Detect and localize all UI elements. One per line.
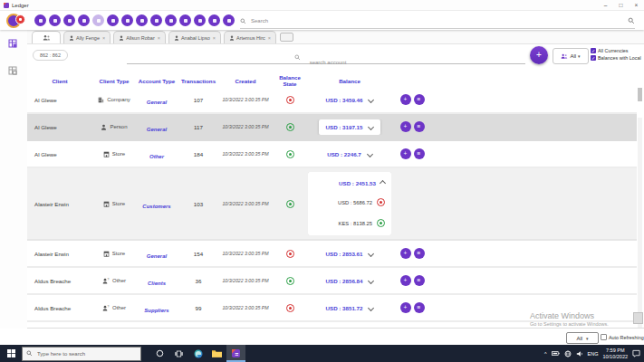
client-avatar-button[interactable]: [179, 14, 191, 26]
client-avatar-button[interactable]: [208, 14, 220, 26]
all-currencies-checkbox[interactable]: ✓ All Currencies: [591, 48, 641, 53]
table-row[interactable]: Al Glewe Company General 107 10/3/2022 3…: [27, 87, 637, 114]
add-transaction-button[interactable]: +: [400, 302, 411, 313]
client-avatar-button[interactable]: [34, 14, 46, 26]
taskbar-clock[interactable]: 7:59 PM 10/10/2022: [602, 348, 628, 360]
new-tab-button[interactable]: [280, 33, 293, 42]
chevron-up-icon[interactable]: [380, 180, 386, 186]
chevron-down-icon[interactable]: [368, 305, 374, 311]
column-header[interactable]: Client Type: [92, 78, 136, 84]
tab-close-icon[interactable]: ×: [213, 35, 216, 41]
add-transaction-button[interactable]: +: [400, 148, 411, 159]
client-avatar-button[interactable]: [78, 14, 90, 26]
chevron-down-icon[interactable]: [368, 278, 374, 284]
column-header[interactable]: Created: [219, 78, 272, 84]
global-search-field[interactable]: [240, 14, 635, 29]
account-type-link[interactable]: Suppliers: [144, 308, 168, 313]
chevron-down-icon[interactable]: [368, 123, 374, 129]
client-avatar-button[interactable]: [107, 14, 119, 26]
taskbar-search-field[interactable]: [22, 347, 141, 361]
task-view-button[interactable]: [169, 345, 188, 362]
battery-icon[interactable]: [552, 350, 560, 357]
client-avatar-button[interactable]: [92, 14, 104, 26]
table-row-selected[interactable]: Al Glewe Person General 117 10/3/2022 3:…: [27, 114, 637, 141]
client-avatar-button[interactable]: [165, 14, 177, 26]
refresh-filter-select[interactable]: All ▾: [566, 332, 599, 344]
client-avatar-button[interactable]: [63, 14, 75, 26]
client-avatar-button[interactable]: [194, 14, 206, 26]
open-ledger-button[interactable]: ≡: [414, 121, 425, 132]
account-search-input[interactable]: [127, 56, 529, 70]
column-header[interactable]: Balance State: [272, 74, 308, 87]
account-type-link[interactable]: General: [147, 100, 167, 105]
balances-with-local-checkbox[interactable]: ✓ Balances with Local: [591, 55, 641, 61]
tab-client[interactable]: Ally Fenge ×: [63, 31, 111, 43]
client-avatar-button[interactable]: [136, 14, 148, 26]
chevron-down-icon[interactable]: [368, 251, 374, 257]
balance-card[interactable]: USD : 3197.15: [319, 119, 381, 135]
account-type-link[interactable]: General: [147, 253, 167, 259]
hidden-items-icon[interactable]: ^: [544, 351, 547, 357]
chevron-down-icon[interactable]: [367, 151, 373, 157]
edge-button[interactable]: [188, 345, 207, 362]
accounts-grid-icon[interactable]: [8, 66, 17, 75]
add-account-button[interactable]: +: [530, 46, 548, 64]
network-globe-icon[interactable]: [564, 350, 572, 357]
column-header[interactable]: Account Type: [136, 78, 178, 84]
column-header[interactable]: Client: [27, 78, 92, 84]
scrollbar-track[interactable]: [638, 118, 642, 328]
table-row[interactable]: Al Glewe Store Other 184 10/3/2022 3:00:…: [27, 141, 637, 168]
ledger-grid-icon[interactable]: [8, 39, 17, 48]
checkbox-unchecked-icon: [601, 334, 607, 340]
client-avatar-button[interactable]: [49, 14, 61, 26]
table-row[interactable]: Aldus Breache ?Other Clients 36 10/3/202…: [27, 268, 637, 295]
open-ledger-button[interactable]: ≡: [414, 148, 425, 159]
global-search-input[interactable]: [249, 17, 628, 24]
cortana-button[interactable]: [150, 345, 169, 362]
open-ledger-button[interactable]: ≡: [414, 275, 425, 286]
add-transaction-button[interactable]: +: [400, 94, 411, 105]
column-header[interactable]: Balance: [308, 78, 391, 84]
tab-close-icon[interactable]: ×: [158, 35, 160, 41]
start-button[interactable]: [0, 345, 22, 362]
tab-clients-home[interactable]: [32, 31, 61, 43]
minimize-button[interactable]: –: [598, 0, 613, 10]
table-row-expanded[interactable]: Alasteir Erwin Store Customers 103 10/3/…: [27, 168, 637, 241]
language-indicator[interactable]: ENG: [588, 351, 599, 357]
add-transaction-button[interactable]: +: [400, 275, 411, 286]
client-avatar-button[interactable]: [121, 14, 133, 26]
action-center-icon[interactable]: [632, 349, 640, 357]
client-name: Al Glewe: [27, 151, 92, 157]
scrollbar-thumb[interactable]: [638, 88, 642, 101]
account-type-link[interactable]: Customers: [142, 204, 170, 209]
tab-client[interactable]: Allsun Robar ×: [113, 31, 166, 43]
account-search-field[interactable]: [127, 52, 525, 64]
account-type-link[interactable]: Other: [149, 154, 164, 159]
add-transaction-button[interactable]: +: [400, 248, 411, 259]
ledger-app-taskbar-button[interactable]: [226, 345, 245, 362]
range-filter-chip[interactable]: 862 : 862: [33, 50, 68, 61]
tab-close-icon[interactable]: ×: [102, 35, 105, 41]
auto-refreshing-checkbox[interactable]: Auto Refreshing: [601, 334, 644, 340]
taskbar-search-input[interactable]: [35, 350, 130, 357]
account-type-link[interactable]: Clients: [148, 281, 166, 286]
tab-client[interactable]: Artemus Hirc ×: [224, 31, 276, 43]
open-ledger-button[interactable]: ≡: [414, 248, 425, 259]
open-ledger-button[interactable]: ≡: [414, 302, 425, 313]
add-transaction-button[interactable]: +: [400, 121, 411, 132]
client-avatar-button[interactable]: [223, 14, 235, 26]
open-ledger-button[interactable]: ≡: [414, 94, 425, 105]
file-explorer-button[interactable]: [207, 345, 226, 362]
close-button[interactable]: ×: [629, 0, 644, 10]
client-avatar-button[interactable]: [150, 14, 162, 26]
client-group-dropdown[interactable]: All ▾: [553, 48, 589, 64]
search-icon[interactable]: [628, 17, 635, 24]
speaker-icon[interactable]: [576, 350, 583, 357]
account-type-link[interactable]: General: [147, 127, 167, 132]
column-header[interactable]: Transactions: [178, 78, 219, 84]
tab-client[interactable]: Anabal Lipso ×: [168, 31, 221, 43]
chevron-down-icon[interactable]: [368, 97, 374, 103]
tab-close-icon[interactable]: ×: [268, 35, 271, 41]
maximize-button[interactable]: □: [613, 0, 629, 10]
table-row[interactable]: Alasteir Erwin Store General 154 10/3/20…: [27, 241, 637, 268]
